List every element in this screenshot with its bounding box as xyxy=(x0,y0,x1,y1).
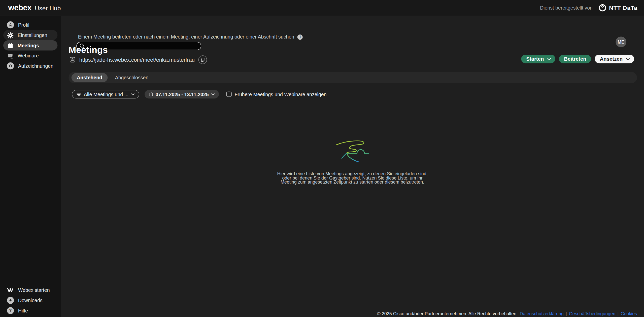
link-geschaeftsbedingungen[interactable]: Geschäftsbedingungen xyxy=(569,311,616,316)
empty-state: Hier wird eine Liste von Meetings angeze… xyxy=(61,137,644,184)
ntt-data-wordmark: NTT DaTa xyxy=(609,5,637,11)
footer-separator: | xyxy=(566,311,567,316)
join-button[interactable]: Beitreten xyxy=(559,55,591,63)
filter-row: Alle Meetings und ... 07.11.2025 - 13.11… xyxy=(72,90,326,98)
start-button-label: Starten xyxy=(521,56,546,62)
webinar-icon xyxy=(7,52,14,59)
empty-state-illustration xyxy=(333,137,372,162)
sidebar-bottom-nav: Webex starten Downloads ? Hilfe xyxy=(0,285,61,316)
show-past-meetings-checkbox[interactable] xyxy=(226,92,232,97)
footer-separator: | xyxy=(618,311,619,316)
link-cookies[interactable]: Cookies xyxy=(621,311,637,316)
meeting-type-filter[interactable]: Alle Meetings und ... xyxy=(72,90,139,98)
sidebar-item-label: Downloads xyxy=(18,297,43,303)
sidebar-item-label: Profil xyxy=(18,22,29,28)
webex-user-hub-page: webex User Hub Dienst bereitgestellt von… xyxy=(0,0,644,317)
calendar-small-icon xyxy=(149,92,153,96)
personal-room-url[interactable]: https://jade-hs.webex.com/meet/erika.mus… xyxy=(79,57,195,63)
webex-launch-icon xyxy=(7,287,14,293)
ntt-data-logo: NTT DaTa xyxy=(598,4,637,12)
ntt-data-logo-icon xyxy=(598,4,607,12)
search-label-row: Einem Meeting beitreten oder nach einem … xyxy=(78,34,303,40)
empty-state-line: Meeting zum angesetzten Zeitpunkt zu sta… xyxy=(277,180,427,184)
sidebar-item-label: Aufzeichnungen xyxy=(18,63,53,69)
empty-state-text: Hier wird eine Liste von Meetings angeze… xyxy=(277,172,427,184)
link-datenschutzerklaerung[interactable]: Datenschutzerklärung xyxy=(520,311,564,316)
sidebar-nav: Profil Einstellungen xyxy=(0,20,61,71)
sidebar-item-hilfe[interactable]: ? Hilfe xyxy=(3,305,57,316)
sidebar-item-webinare[interactable]: Webinare xyxy=(3,51,57,61)
profile-icon xyxy=(7,21,14,28)
sidebar-item-label: Hilfe xyxy=(18,308,28,313)
footer: © 2025 Cisco und/oder Partnerunternehmen… xyxy=(377,311,637,316)
info-icon[interactable]: i xyxy=(297,34,303,40)
show-past-meetings-label[interactable]: Frühere Meetings und Webinare anzeigen xyxy=(234,91,326,97)
sidebar-item-downloads[interactable]: Downloads xyxy=(3,295,57,305)
personal-room-icon xyxy=(70,57,76,63)
tab-abgeschlossen[interactable]: Abgeschlossen xyxy=(115,75,149,81)
product-name: User Hub xyxy=(35,5,61,12)
search-label: Einem Meeting beitreten oder nach einem … xyxy=(78,34,294,40)
webex-logo: webex User Hub xyxy=(8,3,61,12)
recordings-icon xyxy=(7,62,14,69)
tab-anstehend[interactable]: Anstehend xyxy=(72,73,108,82)
sidebar: Profil Einstellungen xyxy=(0,16,61,317)
sidebar-item-label: Meetings xyxy=(18,43,39,48)
top-bar: webex User Hub Dienst bereitgestellt von… xyxy=(0,0,644,16)
download-icon xyxy=(7,297,14,304)
provided-by-text: Dienst bereitgestellt von xyxy=(540,5,593,11)
help-icon: ? xyxy=(7,307,14,314)
show-past-meetings-group: Frühere Meetings und Webinare anzeigen xyxy=(226,91,327,97)
meetings-tabs: Anstehend Abgeschlossen xyxy=(69,72,637,83)
copy-icon xyxy=(200,57,205,62)
filter-icon xyxy=(76,92,81,96)
sidebar-item-label: Einstellungen xyxy=(18,32,47,38)
page-title: Meetings xyxy=(69,45,108,55)
chevron-down-icon[interactable] xyxy=(624,57,634,60)
meeting-action-buttons: Starten Beitreten Ansetzen xyxy=(521,55,634,63)
sidebar-item-label: Webex starten xyxy=(18,287,50,293)
copyright-text: © 2025 Cisco und/oder Partnerunternehmen… xyxy=(377,311,518,316)
provider-area: Dienst bereitgestellt von NTT DaTa xyxy=(540,4,637,12)
chevron-down-icon[interactable] xyxy=(546,57,555,60)
meeting-type-filter-value: Alle Meetings und ... xyxy=(84,91,128,97)
schedule-button[interactable]: Ansetzen xyxy=(595,55,634,63)
start-button[interactable]: Starten xyxy=(521,55,555,63)
date-range-filter[interactable]: 07.11.2025 - 13.11.2025 xyxy=(145,90,219,98)
sidebar-item-webex-starten[interactable]: Webex starten xyxy=(3,285,57,295)
chevron-down-icon xyxy=(211,93,215,95)
gear-icon xyxy=(7,32,14,38)
calendar-icon xyxy=(7,42,14,49)
sidebar-item-meetings[interactable]: Meetings xyxy=(3,40,57,51)
sidebar-item-aufzeichnungen[interactable]: Aufzeichnungen xyxy=(3,61,57,71)
sidebar-item-profil[interactable]: Profil xyxy=(3,20,57,30)
chevron-down-icon xyxy=(131,93,135,95)
personal-room-row: https://jade-hs.webex.com/meet/erika.mus… xyxy=(70,55,207,64)
sidebar-item-label: Webinare xyxy=(18,53,39,59)
copy-link-button[interactable] xyxy=(198,55,207,64)
avatar[interactable]: ME xyxy=(616,37,626,47)
sidebar-item-einstellungen[interactable]: Einstellungen xyxy=(3,30,57,40)
webex-wordmark: webex xyxy=(8,3,31,12)
join-button-label: Beitreten xyxy=(559,56,591,62)
schedule-button-label: Ansetzen xyxy=(595,56,624,62)
main-content: Einem Meeting beitreten oder nach einem … xyxy=(61,16,644,317)
date-range-value: 07.11.2025 - 13.11.2025 xyxy=(156,91,209,97)
